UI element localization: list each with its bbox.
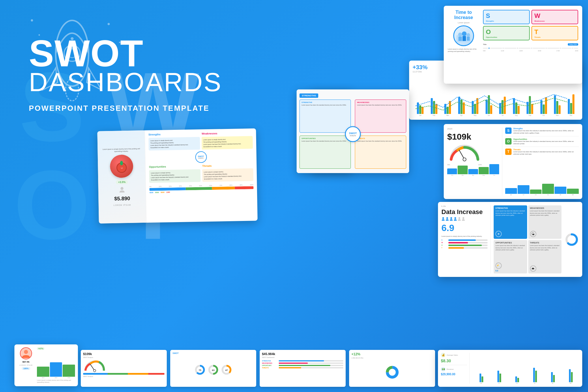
hero-content: SWOT DASHBOARDS POWERPOINT PRESENTATION … — [29, 35, 222, 113]
chart-pct-label: +33% — [413, 64, 428, 71]
slide-sales-bottom[interactable]: 💰 Average Sales $8.30 💵 Revenue $29,900.… — [438, 350, 582, 387]
svg-point-25 — [454, 217, 456, 219]
67k-right: +47% 2022 2023 2024 Lorem ipsum is simpl… — [37, 347, 75, 383]
thumb-12pct[interactable]: +12% 1 859 260 (57.8%) — [349, 350, 435, 387]
svg-text:47: 47 — [225, 369, 228, 372]
food-image — [110, 155, 133, 178]
title-dashboards: DASHBOARDS — [29, 69, 222, 95]
small-bar-chart: Feb Mar Apr Aug Oct — [447, 164, 499, 176]
slide-time-to-increase[interactable]: Time to Increase Lorem ipsum — [444, 6, 582, 84]
data-increase-left: 5.3% Data Increase 6.9 Lorem ipsum is si… — [441, 205, 488, 273]
svg-point-27 — [462, 217, 464, 219]
svg-text:75: 75 — [199, 369, 201, 372]
swot-strengths-quad: STRENGTHS Lorem ipsum has been the stand… — [299, 100, 351, 133]
svg-rect-13 — [462, 36, 466, 41]
bottom-slides-row: $109k SWOT Analysis — [81, 350, 435, 387]
svg-point-34 — [93, 370, 96, 372]
swot-center-badge: SWOT analysis — [149, 150, 253, 164]
swot-s-box: S Strengths — [483, 10, 530, 24]
svg-rect-15 — [467, 37, 470, 41]
109k-bottom-chart: AS HJ KO KL BF MR — [505, 184, 579, 196]
swot-center-circle: SWOT analysis — [345, 126, 361, 142]
gauge-chart: 30%100% — [447, 143, 482, 162]
swot-table-left: Lorem ipsum is simply dummy text of the … — [97, 130, 147, 224]
slide-swot-diagram[interactable]: STRENGTHS STRENGTHS Lorem ipsum has been… — [297, 89, 409, 173]
strengths-label: STRENGTHS — [299, 93, 318, 98]
svg-point-26 — [458, 217, 460, 219]
tti-circle — [453, 25, 474, 46]
people-icons — [441, 217, 488, 221]
svg-point-22 — [442, 217, 444, 219]
swot-w-box: W Weaknesses — [531, 10, 578, 24]
bg-letter-o: O — [0, 156, 101, 254]
svg-point-45 — [389, 369, 396, 376]
svg-point-19 — [121, 187, 123, 190]
person-icon-area — [119, 186, 126, 193]
slide-data-increase[interactable]: 5.3% Data Increase 6.9 Lorem ipsum is si… — [438, 202, 582, 277]
swot-weaknesses-quad: WEAKNESSES Lorem ipsum has been the stan… — [355, 100, 406, 133]
svg-point-23 — [446, 217, 448, 219]
swot-t-box: T Threats — [531, 26, 578, 40]
chart-date: 11-27 Dec — [413, 71, 428, 73]
swot-threats-quad: THREATS Lorem ipsum has been the standar… — [355, 136, 406, 169]
thumb-swot-donut[interactable]: SWOT 75 63 47 — [170, 350, 256, 387]
svg-point-21 — [463, 158, 466, 161]
tti-desc: Lorem ipsum is simply dummy text of the … — [448, 48, 480, 53]
strengths-content: Lorem ipsum is simply dummy text; The pr… — [149, 137, 200, 151]
thumb-109k[interactable]: $109k SWOT Analysis — [81, 350, 167, 387]
tti-subtext: Lorem ipsum — [458, 22, 469, 24]
svg-point-32 — [24, 350, 28, 354]
svg-point-8 — [31, 19, 33, 22]
thumb-45k[interactable]: $45.984k SWOT Dashboards STRENGTHS WEAKN… — [260, 350, 346, 387]
donut-chart-area — [564, 205, 579, 273]
svg-rect-11 — [458, 37, 462, 41]
slide-67k[interactable]: $67.9k LOREM IPSUM 100% +47% 2022 2023 2… — [14, 344, 78, 386]
swot-progress-bars: S W O T — [441, 239, 488, 249]
threats-content: Lorem ipsum is simply dummy; The printin… — [202, 168, 253, 182]
subtitle: POWERPOINT PRESENTATION TEMPLATE — [29, 104, 222, 113]
avg-sales-section: 💰 Average Sales $8.30 💵 Revenue $29,900.… — [441, 353, 470, 384]
sales-chart-section: AS HJ KO — [473, 353, 579, 384]
swot-opportunities-quad: OPPORTUNITIES Lorem ipsum has been the s… — [299, 136, 351, 169]
slide-swot-table[interactable]: Lorem ipsum is simply dummy text of the … — [97, 128, 258, 224]
svg-point-5 — [108, 23, 110, 25]
svg-point-10 — [458, 33, 462, 37]
title-swot: SWOT — [29, 35, 222, 72]
slide-109k-right: S Strengths Lorem ipsum has been the ind… — [505, 127, 579, 196]
data-increase-right: STRENGTHS Lorem ipsum has been the indus… — [494, 205, 561, 273]
svg-text:63: 63 — [212, 369, 215, 372]
timeline-section: Title Today 2024 9:00 11:0 — [483, 43, 578, 52]
svg-point-24 — [450, 217, 452, 219]
swot-o-box: O Opportunities — [483, 26, 530, 40]
svg-point-12 — [462, 31, 467, 36]
67k-left: $67.9k LOREM IPSUM 100% — [17, 347, 35, 383]
weaknesses-content: Lorem ipsum is simply dummy text; The pr… — [201, 136, 253, 149]
tti-title: Time to Increase — [448, 10, 480, 20]
svg-point-14 — [467, 33, 470, 37]
bottom-bar-chart: 0% 10% 20% 30% 40% 50% 60% 70% 80% 90% 1… — [149, 184, 254, 193]
slide-109k[interactable]: 2024 $109k — [444, 124, 582, 199]
slide-109k-left: 2024 $109k — [447, 127, 499, 196]
opportunities-content: Lorem ipsum is simply dummy; The printin… — [149, 169, 201, 183]
